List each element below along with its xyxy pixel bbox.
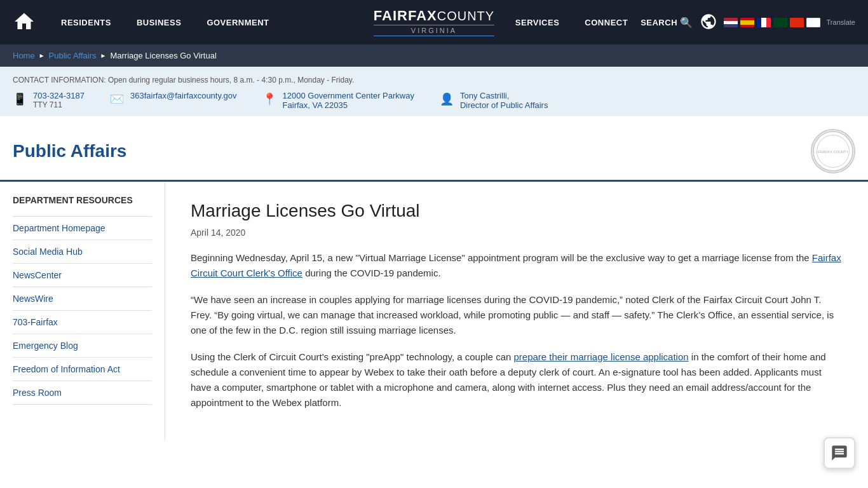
sidebar-link-social-media[interactable]: Social Media Hub [13,240,152,263]
flag-english[interactable] [724,18,738,27]
header: RESIDENTS BUSINESS GOVERNMENT FAIRFAXCOU… [0,0,868,44]
sidebar-item-social-media[interactable]: Social Media Hub [13,240,152,264]
home-icon [13,10,36,33]
chat-button[interactable] [824,437,855,441]
svg-text:FAIRFAX COUNTY: FAIRFAX COUNTY [818,150,849,154]
search-icon: 🔍 [680,17,693,29]
home-button[interactable] [13,10,36,35]
breadcrumb: Home ► Public Affairs ► Marriage License… [0,44,868,67]
sidebar-item-press-room[interactable]: Press Room [13,381,152,405]
flag-urdu[interactable] [773,18,787,27]
translate-label[interactable]: Translate [827,18,855,26]
main-layout: DEPARTMENT RESOURCES Department Homepage… [0,182,868,441]
language-flags [724,18,820,27]
phone-link[interactable]: 703-324-3187 [33,91,85,100]
nav-residents[interactable]: RESIDENTS [48,0,124,44]
contact-items: 📱 703-324-3187 TTY 711 ✉️ 363fairfax@fai… [13,91,855,110]
sidebar-item-foia[interactable]: Freedom of Information Act [13,358,152,381]
address-line1: 12000 Government Center Parkway [283,91,414,100]
sidebar-link-press-room[interactable]: Press Room [13,381,152,404]
sidebar-link-emergency-blog[interactable]: Emergency Blog [13,334,152,357]
article-para-1: Beginning Wednesday, April 15, a new "Vi… [191,250,843,281]
breadcrumb-parent[interactable]: Public Affairs [49,51,97,60]
sidebar-item-emergency-blog[interactable]: Emergency Blog [13,334,152,358]
search-button[interactable]: SEARCH 🔍 [641,17,693,29]
sidebar-link-newswire[interactable]: NewsWire [13,287,152,310]
sidebar-item-dept-homepage[interactable]: Department Homepage [13,217,152,240]
breadcrumb-home[interactable]: Home [13,51,35,60]
email-link[interactable]: 363fairfax@fairfaxcounty.gov [130,91,237,100]
sidebar-link-newscenter[interactable]: NewsCenter [13,264,152,287]
sidebar-heading: DEPARTMENT RESOURCES [13,194,152,206]
breadcrumb-sep-1: ► [39,52,45,59]
sidebar-item-newscenter[interactable]: NewsCenter [13,264,152,287]
article-date: April 14, 2020 [191,227,843,238]
header-right: SEARCH 🔍 Translate [641,13,855,32]
nav-services[interactable]: SERVICES [503,0,573,44]
article-para-3: Using the Clerk of Circuit Court's exist… [191,349,843,410]
nav-government[interactable]: GOVERNMENT [194,0,281,44]
preapp-link[interactable]: prepare their marriage license applicati… [513,351,688,362]
nav-business[interactable]: BUSINESS [124,0,194,44]
sidebar-link-foia[interactable]: Freedom of Information Act [13,358,152,381]
page-title-section: Public Affairs FAIRFAX COUNTY [0,116,868,182]
article-content: Marriage Licenses Go Virtual April 14, 2… [165,182,868,441]
breadcrumb-sep-2: ► [100,52,107,59]
contact-director: 👤 Tony Castrilli, Director of Public Aff… [440,91,548,110]
sidebar-item-newswire[interactable]: NewsWire [13,287,152,311]
director-title: Director of Public Affairs [460,100,548,110]
search-label: SEARCH [641,18,677,27]
globe-icon [700,13,717,30]
flag-korean[interactable] [806,18,820,27]
page-title: Public Affairs [13,141,126,161]
contact-phone: 📱 703-324-3187 TTY 711 [13,91,85,109]
contact-email: ✉️ 363fairfax@fairfaxcounty.gov [110,91,237,106]
breadcrumb-current: Marriage Licenses Go Virtual [110,51,216,60]
sidebar-link-703-fairfax[interactable]: 703-Fairfax [13,311,152,334]
flag-chinese[interactable] [790,18,804,27]
seal-image: FAIRFAX COUNTY [812,129,854,173]
tty-text: TTY 711 [33,100,85,109]
sidebar: DEPARTMENT RESOURCES Department Homepage… [0,182,165,441]
address-line2: Fairfax, VA 22035 [283,100,414,110]
county-seal: FAIRFAX COUNTY [811,129,855,173]
globe-button[interactable] [700,13,717,32]
article-body: Beginning Wednesday, April 15, a new "Vi… [191,250,843,410]
flag-french[interactable] [757,18,771,27]
person-icon: 👤 [440,92,454,106]
sidebar-links: Department Homepage Social Media Hub New… [13,216,152,405]
article-para-2: “We have seen an increase in couples app… [191,292,843,338]
nav-connect[interactable]: CONNECT [572,0,641,44]
site-logo: FAIRFAXCOUNTY VIRGINIA [374,8,494,36]
phone-icon: 📱 [13,92,27,106]
sidebar-link-dept-homepage[interactable]: Department Homepage [13,217,152,240]
flag-spanish[interactable] [740,18,754,27]
article-title: Marriage Licenses Go Virtual [191,201,843,221]
nav-right: SERVICES CONNECT [503,0,641,44]
contact-address: 📍 12000 Government Center Parkway Fairfa… [262,91,414,110]
location-icon: 📍 [262,92,276,106]
email-icon: ✉️ [110,92,124,106]
director-name: Tony Castrilli, [460,91,548,100]
contact-info-text: CONTACT INFORMATION: Open during regular… [13,76,855,85]
court-link[interactable]: Fairfax Circuit Court Clerk's Office [191,252,841,278]
sidebar-item-703-fairfax[interactable]: 703-Fairfax [13,311,152,334]
contact-bar: CONTACT INFORMATION: Open during regular… [0,67,868,116]
